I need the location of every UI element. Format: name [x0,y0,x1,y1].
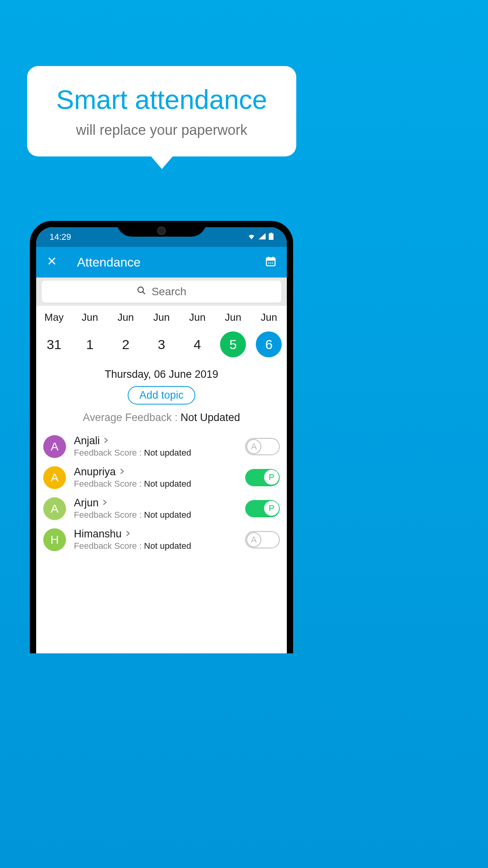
attendance-toggle[interactable]: P [245,469,280,486]
date-item[interactable]: Jun5 [215,311,251,357]
student-row: AArjunFeedback Score : Not updatedP [36,493,287,524]
date-month: May [44,311,64,324]
date-month: Jun [189,311,205,324]
date-month: Jun [153,311,170,324]
search-container: Search [36,278,287,306]
date-day: 4 [184,331,210,357]
student-row: AAnupriyaFeedback Score : Not updatedP [36,462,287,493]
toggle-knob: A [246,532,261,547]
promo-card: Smart attendance will replace your paper… [27,66,296,156]
svg-point-7 [270,263,272,264]
toggle-knob: A [246,439,261,454]
svg-point-9 [138,287,143,292]
feedback-value: Not updated [144,479,191,489]
date-day: 1 [77,331,103,357]
svg-rect-4 [268,257,269,259]
phone-notch [116,221,207,237]
wifi-icon [248,233,255,241]
promo-subtitle: will replace your paperwork [76,122,247,138]
student-name: Himanshu [74,528,122,540]
promo-title: Smart attendance [56,84,267,115]
date-month: Jun [261,311,277,324]
svg-rect-1 [269,234,273,240]
attendance-toggle[interactable]: P [245,500,280,517]
close-icon[interactable] [47,256,57,268]
date-month: Jun [117,311,134,324]
status-time: 14:29 [50,232,71,242]
search-input[interactable]: Search [42,281,281,303]
svg-point-6 [268,263,270,264]
student-name: Arjun [74,497,99,509]
svg-line-10 [143,292,145,294]
date-item[interactable]: Jun6 [251,311,287,357]
date-day: 2 [113,331,139,357]
chevron-right-icon [126,530,130,539]
avatar: A [43,497,66,520]
add-topic-button[interactable]: Add topic [128,386,196,405]
page-title: Attendance [77,255,245,270]
date-month: Jun [225,311,241,324]
date-day: 31 [41,331,67,357]
chevron-right-icon [104,436,108,445]
avg-feedback-value: Not Updated [181,412,240,423]
date-day: 6 [256,331,282,357]
search-placeholder: Search [152,285,187,298]
app-header: Attendance [36,247,287,278]
average-feedback: Average Feedback : Not Updated [36,412,287,431]
feedback-value: Not updated [144,510,191,520]
avatar: A [43,466,66,489]
selected-date-label: Thursday, 06 June 2019 [36,364,287,386]
status-icons [248,233,273,241]
date-day: 5 [220,331,246,357]
svg-point-8 [272,263,273,264]
feedback-label: Feedback Score : [74,479,144,489]
date-item[interactable]: May31 [36,311,72,357]
student-info[interactable]: HimanshuFeedback Score : Not updated [74,528,237,551]
student-row: AAnjaliFeedback Score : Not updatedA [36,431,287,462]
date-item[interactable]: Jun2 [108,311,143,357]
avg-feedback-label: Average Feedback : [83,412,181,423]
date-month: Jun [82,311,98,324]
date-day: 3 [149,331,174,357]
svg-rect-3 [266,258,275,261]
student-row: HHimanshuFeedback Score : Not updatedA [36,524,287,555]
chevron-right-icon [120,467,125,476]
feedback-label: Feedback Score : [74,510,144,520]
date-item[interactable]: Jun4 [180,311,215,357]
battery-icon [269,233,273,241]
student-info[interactable]: AnjaliFeedback Score : Not updated [74,435,237,458]
chevron-right-icon [103,498,107,508]
date-item[interactable]: Jun3 [143,311,179,357]
feedback-value: Not updated [144,541,191,551]
student-info[interactable]: ArjunFeedback Score : Not updated [74,497,237,520]
date-strip: May31Jun1Jun2Jun3Jun4Jun5Jun6 [36,306,287,364]
toggle-knob: P [264,470,279,485]
phone-screen: 14:29 Attendance [36,227,287,653]
avatar: H [43,528,66,551]
calendar-icon[interactable] [266,256,276,268]
toggle-knob: P [264,501,279,516]
search-icon [137,286,146,298]
date-item[interactable]: Jun1 [72,311,108,357]
student-name: Anjali [74,435,100,447]
attendance-toggle[interactable]: A [245,531,280,548]
signal-icon [259,233,266,241]
student-list: AAnjaliFeedback Score : Not updatedAAAnu… [36,431,287,555]
feedback-label: Feedback Score : [74,541,144,551]
student-name: Anupriya [74,466,116,478]
feedback-label: Feedback Score : [74,448,144,458]
attendance-toggle[interactable]: A [245,438,280,455]
add-topic-container: Add topic [36,386,287,412]
svg-rect-0 [270,233,272,234]
avatar: A [43,435,66,458]
svg-rect-5 [272,257,273,259]
phone-frame: 14:29 Attendance [30,221,293,653]
student-info[interactable]: AnupriyaFeedback Score : Not updated [74,466,237,489]
feedback-value: Not updated [144,448,191,458]
